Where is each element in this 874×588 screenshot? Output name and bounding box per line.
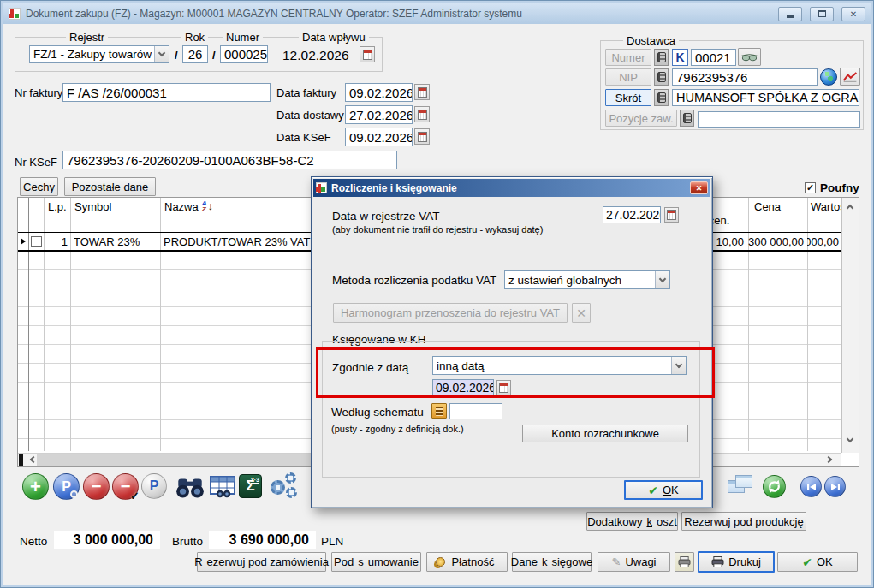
settlement-dialog: Rozliczenie i księgowanie ✕ Data w rejes… <box>311 176 713 508</box>
vat-date-calendar-button[interactable] <box>664 207 679 223</box>
confidential-checkbox[interactable]: ✓ <box>805 182 816 193</box>
supplier-nip-list-button[interactable] <box>654 68 669 86</box>
additional-cost-button[interactable]: Dodatkowy koszt <box>586 512 678 531</box>
supplier-number-button[interactable]: Numer <box>605 49 651 66</box>
refresh-icon <box>767 479 782 494</box>
vat-date-field[interactable]: 27.02.2026 <box>603 206 661 223</box>
purchase-document-window: Dokument zakupu (FZ) - Magazyn: M00001 M… <box>0 0 874 588</box>
supplier-lookup-button[interactable] <box>738 48 761 66</box>
ksef-date-field[interactable]: 09.02.2026 <box>345 128 413 146</box>
go-first-button[interactable] <box>800 476 822 497</box>
year-label: Rok <box>181 31 208 44</box>
ok-button[interactable]: ✔ OK <box>777 552 858 572</box>
windows-cascade-button[interactable] <box>728 475 756 497</box>
supplier-nip-field[interactable]: 7962395376 <box>672 68 818 86</box>
other-date-field[interactable]: 09.02.2026 <box>432 379 494 395</box>
invoice-date-field[interactable]: 09.02.2026 <box>345 83 413 102</box>
chart-button[interactable] <box>840 68 860 86</box>
accounting-data-button[interactable]: Dane księgowe <box>512 552 592 572</box>
contract-items-list-button[interactable] <box>680 110 694 127</box>
delete-checked-button[interactable]: − ✓ <box>112 473 139 500</box>
column-header-symbol[interactable]: Symbol <box>70 198 160 232</box>
column-header-wartosc[interactable]: Wartość <box>807 198 841 232</box>
ksef-date-calendar-button[interactable] <box>414 128 430 145</box>
go-last-button[interactable] <box>824 476 846 497</box>
column-header-cena[interactable]: Cena <box>748 198 807 232</box>
print-settings-button[interactable] <box>675 552 694 572</box>
dialog-close-button[interactable]: ✕ <box>690 181 708 194</box>
schema-field[interactable] <box>449 403 502 419</box>
calendar-icon <box>667 210 676 220</box>
brutto-value: 3 690 000,00 <box>209 531 316 549</box>
delete-position-button[interactable]: − <box>83 473 110 500</box>
ksef-number-field[interactable]: 7962395376-20260209-0100A063BF58-C2 <box>62 151 397 169</box>
supplier-number-list-button[interactable] <box>654 49 669 66</box>
print-button[interactable]: Drukuj <box>698 551 775 573</box>
chevron-down-icon[interactable] <box>655 271 669 288</box>
scroll-up-icon[interactable] <box>847 205 853 211</box>
restore-button[interactable] <box>810 7 834 21</box>
supplier-number-field[interactable]: 00021 <box>691 49 736 66</box>
close-button[interactable]: ✕ <box>841 7 865 21</box>
tab-pozostale-dane[interactable]: Pozostałe dane <box>64 177 156 196</box>
column-header-lp[interactable]: L.p. <box>44 198 70 232</box>
row-marker-icon <box>21 238 26 245</box>
delivery-date-field[interactable]: 27.02.2026 <box>345 105 413 124</box>
table-search-icon <box>210 475 235 499</box>
vat-schedule-clear-button[interactable]: ✕ <box>572 303 591 323</box>
contract-items-field[interactable] <box>698 111 860 128</box>
delivery-date-calendar-button[interactable] <box>414 106 430 122</box>
cell-symbol[interactable]: TOWAR 23% <box>74 232 159 252</box>
cell-cena[interactable]: 300 000,00 <box>748 232 806 252</box>
settings-button[interactable] <box>271 472 301 502</box>
supplier-short-field[interactable]: HUMANSOFT SPÓŁKA Z OGRA <box>672 89 859 106</box>
dialog-icon <box>316 182 327 193</box>
check-icon: ✓ <box>130 490 140 502</box>
invoice-date-calendar-button[interactable] <box>414 84 430 100</box>
other-date-calendar-button[interactable] <box>496 380 511 395</box>
find-position-button[interactable]: P <box>53 473 80 500</box>
gear-icon <box>286 487 297 498</box>
cell-wartosc[interactable]: 3 000 000,00 <box>807 232 841 252</box>
contract-items-button[interactable]: Pozycje zaw. <box>605 110 677 127</box>
refresh-button[interactable] <box>763 475 786 498</box>
globe-icon[interactable] <box>820 68 837 86</box>
cell-lp[interactable]: 1 <box>44 232 68 252</box>
summary-button[interactable]: Σ x·3 <box>239 474 262 498</box>
register-select[interactable]: FZ/1 - Zakupy towarów <box>29 45 169 63</box>
payment-button[interactable]: Płatność <box>426 552 508 572</box>
according-date-select[interactable]: inną datą <box>432 356 687 375</box>
vertical-scrollbar[interactable] <box>841 198 859 453</box>
summary-bottom-button[interactable]: Podsumowanie <box>331 552 421 572</box>
schema-book-button[interactable] <box>431 403 447 419</box>
vat-method-select[interactable]: z ustawień globalnych <box>504 270 670 289</box>
reserve-production-button[interactable]: Rezerwuj pod produkcję <box>681 512 806 531</box>
search-button[interactable] <box>174 477 206 502</box>
add-position-button[interactable]: + <box>22 473 49 500</box>
notes-button[interactable]: ✎ Uwagi <box>598 552 670 572</box>
netto-label: Netto <box>20 535 47 548</box>
supplier-label: Dostawca <box>623 34 679 47</box>
year-field[interactable]: 26 <box>182 45 208 63</box>
supplier-short-button[interactable]: Skrót <box>605 89 651 106</box>
row-checkbox[interactable] <box>31 236 42 247</box>
scroll-down-icon[interactable] <box>847 436 853 442</box>
chevron-down-icon[interactable] <box>671 357 686 374</box>
supplier-short-list-button[interactable] <box>654 89 669 106</box>
tab-cechy[interactable]: Cechy <box>20 177 58 196</box>
dialog-ok-button[interactable]: ✔ OK <box>624 480 703 500</box>
receipt-date-calendar-button[interactable] <box>360 46 375 62</box>
vat-schedule-button[interactable]: Harmonogram przenoszenia do rejestru VAT <box>333 303 568 323</box>
positions-button[interactable]: P <box>141 473 167 499</box>
supplier-nip-button[interactable]: NIP <box>605 68 651 86</box>
minimize-button[interactable] <box>778 7 802 21</box>
reserve-orders-button[interactable]: Rezerwuj pod zamówienia <box>197 552 326 572</box>
scroll-right-icon[interactable] <box>825 456 832 463</box>
scroll-left-icon[interactable] <box>30 456 37 463</box>
supplier-kind-field[interactable]: K <box>672 49 688 66</box>
settlement-account-button[interactable]: Konto rozrachunkowe <box>522 425 688 442</box>
invoice-number-field[interactable]: F /AS /26/000031 <box>62 83 271 102</box>
chevron-down-icon[interactable] <box>154 46 169 62</box>
search-in-table-button[interactable] <box>210 475 235 502</box>
number-field[interactable]: 000025 <box>220 45 268 63</box>
